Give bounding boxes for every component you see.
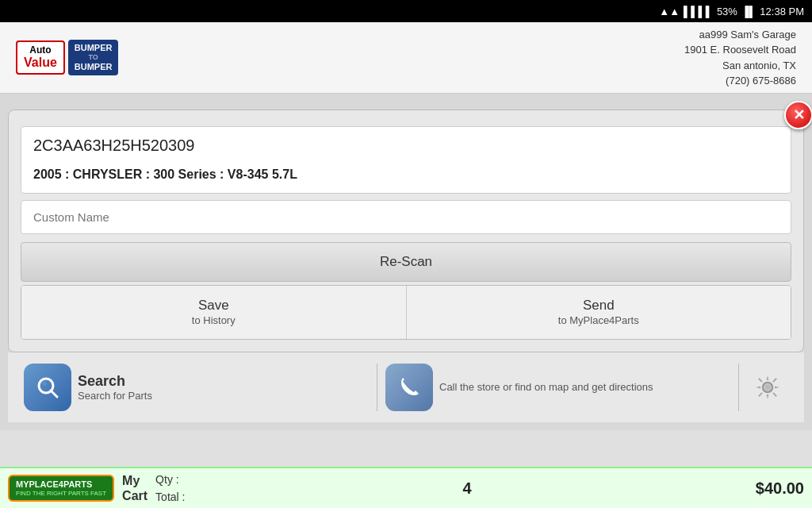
myplace-logo-sub: FIND THE RIGHT PARTS FAST xyxy=(16,490,106,497)
footer-bar: MYPLACE4PARTS FIND THE RIGHT PARTS FAST … xyxy=(0,467,812,508)
save-subtitle: to History xyxy=(29,314,398,328)
search-item[interactable]: Search Search for Parts xyxy=(16,359,377,416)
logo-area: Auto Value BUMPER TO BUMPER xyxy=(16,40,118,75)
vehicle-info: 2005 : CHRYSLER : 300 Series : V8-345 5.… xyxy=(33,161,779,188)
close-button[interactable]: ✕ xyxy=(784,101,812,129)
vin-dialog: ✕ 2C3AA63H25H520309 2005 : CHRYSLER : 30… xyxy=(8,110,804,352)
send-title: Send xyxy=(415,297,783,314)
total-label: Total : xyxy=(155,488,185,506)
phone-icon xyxy=(385,364,433,411)
store-address1: 1901 E. Roosevelt Road xyxy=(684,42,796,58)
svg-line-1 xyxy=(51,391,57,397)
save-title: Save xyxy=(29,297,398,314)
search-title: Search xyxy=(78,373,152,390)
cart-details: Qty : Total : xyxy=(155,471,185,506)
gear-icon xyxy=(744,364,791,411)
autovalue-auto: Auto xyxy=(29,45,51,56)
signal-icon: ▌▌▌▌ xyxy=(684,6,713,17)
call-subtitle: Call the store or find on map and get di… xyxy=(439,381,653,393)
vin-display: 2C3AA63H25H520309 2005 : CHRYSLER : 300 … xyxy=(21,126,791,194)
wifi-icon: ▲▲ xyxy=(659,6,680,17)
autovalue-logo: Auto Value xyxy=(16,40,65,75)
cart-total-amount: $40.00 xyxy=(756,479,804,498)
bumper-logo: BUMPER TO BUMPER xyxy=(68,40,119,75)
rescan-button[interactable]: Re-Scan xyxy=(21,242,791,282)
store-phone: (720) 675-8686 xyxy=(684,73,796,89)
svg-point-4 xyxy=(764,384,771,391)
header: Auto Value BUMPER TO BUMPER aa999 Sam's … xyxy=(0,22,812,94)
store-info: aa999 Sam's Garage 1901 E. Roosevelt Roa… xyxy=(684,27,796,89)
store-name: aa999 Sam's Garage xyxy=(684,27,796,43)
send-subtitle: to MyPlace4Parts xyxy=(415,314,783,328)
cart-qty-value: 4 xyxy=(463,479,472,498)
my-cart-label: My Cart xyxy=(122,473,147,503)
search-subtitle: Search for Parts xyxy=(78,390,152,402)
save-to-history-button[interactable]: Save to History xyxy=(21,286,407,339)
battery-icon: ▐▌ xyxy=(741,6,756,17)
search-text: Search Search for Parts xyxy=(78,373,152,402)
myplace-logo-text: MYPLACE4PARTS xyxy=(16,479,106,490)
call-item[interactable]: Call the store or find on map and get di… xyxy=(377,359,738,416)
myplace-logo: MYPLACE4PARTS FIND THE RIGHT PARTS FAST xyxy=(8,475,114,502)
main-content: ✕ 2C3AA63H25H520309 2005 : CHRYSLER : 30… xyxy=(0,94,812,430)
vin-number: 2C3AA63H25H520309 xyxy=(33,137,779,155)
qty-label: Qty : xyxy=(155,471,185,488)
battery-label: 53% xyxy=(717,6,737,17)
autovalue-value: Value xyxy=(24,56,57,70)
store-address2: San antonio, TX xyxy=(684,58,796,74)
status-bar: ▲▲ ▌▌▌▌ 53% ▐▌ 12:38 PM xyxy=(0,0,812,22)
svg-point-2 xyxy=(42,381,47,386)
time-label: 12:38 PM xyxy=(760,6,804,17)
call-text: Call the store or find on map and get di… xyxy=(439,381,653,393)
action-row: Save to History Send to MyPlace4Parts xyxy=(21,285,791,340)
status-icons: ▲▲ ▌▌▌▌ 53% ▐▌ 12:38 PM xyxy=(659,6,804,17)
bottom-icons-row: Search Search for Parts Call the store o… xyxy=(8,352,804,422)
custom-name-input[interactable] xyxy=(21,200,791,234)
search-icon xyxy=(24,364,71,411)
settings-item[interactable] xyxy=(739,359,796,416)
send-to-myplace-button[interactable]: Send to MyPlace4Parts xyxy=(407,286,791,339)
